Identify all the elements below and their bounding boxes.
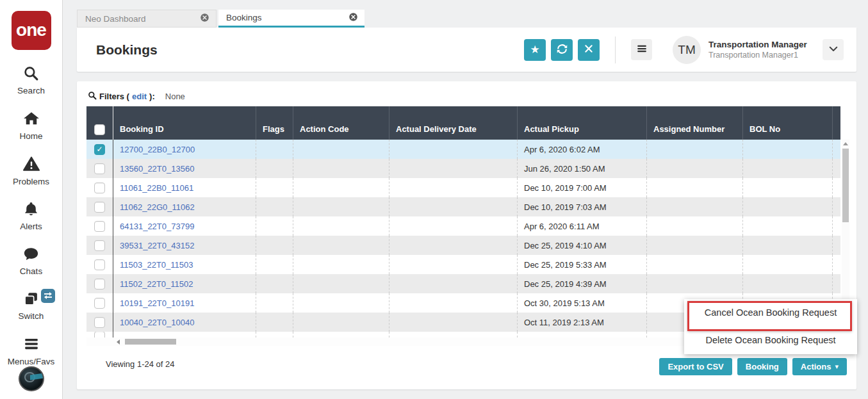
select-all-cell [86, 106, 113, 140]
assigned-number-cell [647, 197, 743, 216]
chevron-down-icon [828, 43, 839, 56]
filters-prefix: Filters ( [99, 92, 129, 101]
filter-search-icon [88, 91, 97, 102]
action-code-cell [293, 293, 389, 313]
horizontal-scrollbar-thumb[interactable] [125, 339, 176, 345]
column-header-bol-no[interactable]: BOL No [743, 106, 833, 140]
actual-pickup-cell: Dec 10, 2019 7:00 AM [518, 178, 647, 197]
row-checkbox-cell [86, 255, 113, 274]
one-logo[interactable]: one [12, 11, 51, 50]
booking-id-link[interactable]: 11502_22T0_11502 [120, 279, 193, 289]
sidebar-item-label: Menus/Favs [8, 357, 55, 366]
row-checkbox[interactable] [94, 183, 105, 193]
sidebar-item-alerts[interactable]: Alerts [0, 201, 62, 231]
table-row[interactable]: 39531_22T0_43152 Dec 25, 2019 4:10 AM [86, 236, 840, 255]
sidebar-item-menus-favs[interactable]: Menus/Favs [0, 336, 62, 366]
action-code-cell [293, 236, 389, 255]
column-header-assigned-number[interactable]: Assigned Number [647, 106, 743, 140]
neo-assistant-avatar[interactable] [19, 366, 44, 391]
booking-button[interactable]: Booking [737, 358, 787, 375]
booking-id-link[interactable]: 11503_22T0_11503 [120, 260, 193, 270]
row-checkbox[interactable] [94, 163, 105, 174]
row-checkbox[interactable] [94, 279, 105, 289]
user-name: Transportation Manager1 [708, 51, 823, 60]
sidebar-item-label: Switch [19, 311, 44, 321]
switch-icon [23, 291, 39, 309]
row-checkbox[interactable] [94, 221, 105, 232]
booking-label: Booking [746, 362, 779, 371]
flags-cell [256, 293, 293, 313]
booking-id-link[interactable]: 64131_22T0_73799 [120, 222, 194, 231]
spacer-cell [833, 159, 840, 178]
close-page-button[interactable] [578, 39, 600, 61]
tab-close-icon[interactable] [200, 13, 209, 24]
row-checkbox[interactable] [94, 202, 105, 213]
tab-close-icon[interactable] [348, 12, 358, 24]
close-icon [584, 44, 594, 56]
export-to-csv-button[interactable]: Export to CSV [659, 358, 732, 375]
column-header-actual-pickup[interactable]: Actual Pickup [518, 106, 647, 140]
sidebar-item-problems[interactable]: Problems [0, 156, 62, 186]
flags-cell [256, 216, 293, 236]
actual-pickup-cell: Oct 30, 2019 5:13 AM [518, 293, 647, 313]
vertical-scrollbar-thumb[interactable] [842, 149, 849, 222]
table-row[interactable]: 13560_22T0_13560 Jun 26, 2020 1:50 AM [86, 159, 840, 178]
user-menu-button[interactable] [823, 39, 844, 60]
sidebar-item-chats[interactable]: Chats [0, 246, 62, 276]
tab-label: Neo Dashboard [85, 14, 146, 24]
menu-item-delete-ocean-booking-request[interactable]: Delete Ocean Booking Request [684, 327, 857, 354]
actual-pickup-cell: Dec 25, 2019 4:10 AM [518, 236, 647, 255]
bol-no-cell [743, 216, 833, 236]
switch-badge-icon[interactable] [41, 289, 55, 303]
table-row[interactable]: 11503_22T0_11503 Dec 25, 2019 5:33 AM [86, 255, 840, 274]
column-header-booking-id[interactable]: Booking ID [113, 106, 256, 140]
tab-neo-dashboard[interactable]: Neo Dashboard [77, 10, 217, 28]
table-row[interactable]: 12700_22B0_12700 Apr 6, 2020 6:02 AM [86, 140, 840, 159]
actual-delivery-date-cell [389, 197, 518, 216]
assigned-number-cell [647, 236, 743, 255]
table-row[interactable]: 64131_22T0_73799 Apr 6, 2020 6:11 AM [86, 216, 840, 236]
row-checkbox[interactable] [94, 240, 105, 251]
refresh-button[interactable] [551, 39, 573, 61]
action-code-cell [293, 197, 389, 216]
table-row[interactable]: 11061_22B0_11061 Dec 10, 2019 7:00 AM [86, 178, 840, 197]
bol-no-cell [743, 159, 833, 178]
select-all-checkbox[interactable] [94, 124, 105, 135]
column-header-flags[interactable]: Flags [256, 106, 293, 140]
row-checkbox[interactable] [94, 298, 105, 309]
action-code-cell [293, 274, 389, 293]
row-checkbox[interactable] [94, 144, 105, 155]
table-row[interactable]: 11502_22T0_11502 Dec 25, 2019 4:39 AM [86, 274, 840, 293]
booking-id-link[interactable]: 12700_22B0_12700 [120, 145, 195, 154]
booking-id-link[interactable]: 39531_22T0_43152 [120, 241, 194, 250]
column-header-actual-delivery-date[interactable]: Actual Delivery Date [389, 106, 518, 140]
filters-edit-link[interactable]: edit [132, 92, 147, 101]
actions-button[interactable]: Actions▾ [792, 358, 847, 375]
booking-id-link[interactable]: 10191_22T0_10191 [120, 298, 194, 308]
actual-delivery-date-cell [389, 140, 518, 159]
favorite-button[interactable]: ★ [524, 39, 546, 61]
row-checkbox[interactable] [94, 332, 105, 338]
row-checkbox[interactable] [94, 317, 105, 328]
sidebar-item-search[interactable]: Search [0, 65, 62, 95]
sidebar-item-home[interactable]: Home [0, 110, 62, 141]
sidebar-item-label: Search [17, 86, 45, 95]
booking-id-link[interactable]: 11062_22G0_11062 [120, 202, 195, 212]
scroll-left-icon[interactable] [117, 339, 120, 345]
tab-bookings[interactable]: Bookings [218, 10, 364, 28]
sidebar-item-switch[interactable]: Switch [0, 291, 62, 321]
booking-id-link[interactable]: 11061_22B0_11061 [120, 183, 193, 193]
table-row[interactable]: 11062_22G0_11062 Dec 10, 2019 7:03 AM [86, 197, 840, 216]
user-role: Transportation Manager [708, 40, 823, 49]
header-menu-button[interactable] [631, 39, 652, 60]
menu-item-cancel-ocean-booking-request[interactable]: Cancel Ocean Booking Request [684, 299, 857, 327]
booking-id-link[interactable]: 13560_22T0_13560 [120, 164, 194, 174]
booking-id-link[interactable]: 10040_22T0_10040 [120, 318, 194, 327]
user-avatar[interactable]: TM [673, 36, 701, 64]
row-checkbox[interactable] [94, 259, 105, 270]
action-code-cell [293, 332, 389, 338]
actions-context-menu: Cancel Ocean Booking Request Delete Ocea… [684, 299, 857, 354]
scroll-up-icon[interactable] [843, 142, 848, 145]
column-header-action-code[interactable]: Action Code [293, 106, 389, 140]
sidebar-item-label: Chats [20, 266, 42, 276]
